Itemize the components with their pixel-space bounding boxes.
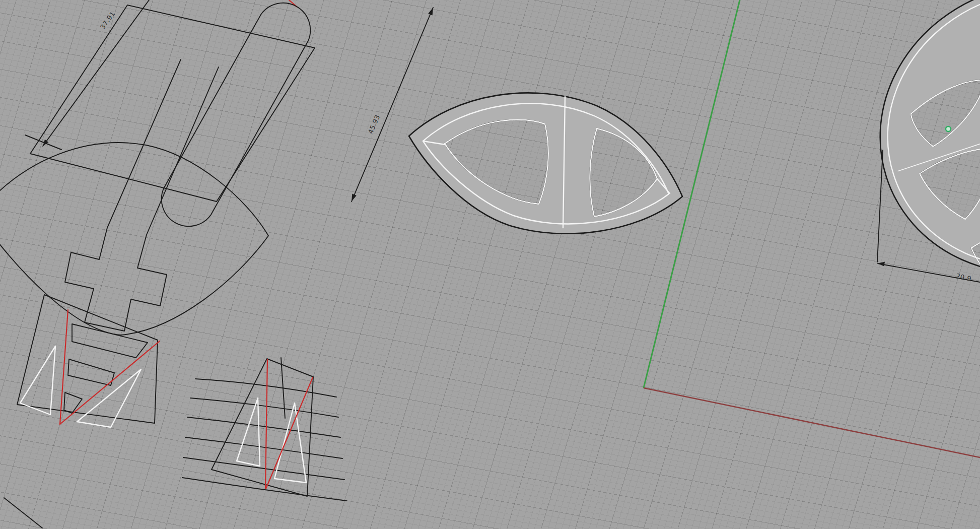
lens-outline-curve[interactable] [0, 143, 268, 335]
cad-viewport[interactable]: 37.91 45.93 20.9 [0, 0, 980, 529]
boundary-curve[interactable] [17, 295, 158, 423]
screw-part-wireframe[interactable] [0, 3, 315, 335]
ladder-bar-curve[interactable] [64, 392, 82, 413]
eye-surface-solid[interactable] [409, 93, 682, 233]
white-triangle-curve[interactable] [237, 398, 260, 466]
white-triangle-curve[interactable] [20, 346, 55, 415]
dimension-rect-width[interactable] [25, 0, 149, 150]
section-curve[interactable] [183, 457, 344, 480]
loft-wireframe-center[interactable] [182, 358, 346, 501]
dimension-rect-length[interactable] [352, 8, 433, 202]
dimension-arrowhead [352, 194, 357, 202]
control-point-marker[interactable] [946, 126, 951, 131]
cross-profile-curve[interactable] [65, 59, 219, 331]
dimension-arrowhead [428, 8, 433, 15]
eye-surface-fill[interactable] [409, 93, 682, 233]
section-curve[interactable] [190, 398, 338, 417]
ladder-bar-curve[interactable] [72, 324, 148, 358]
dimension-line[interactable] [352, 8, 433, 202]
section-curve[interactable] [187, 417, 340, 437]
extension-line[interactable] [877, 150, 883, 262]
red-v-curve[interactable] [60, 341, 160, 424]
geometry-layer [0, 0, 980, 529]
ladder-bar-curve[interactable] [68, 359, 114, 385]
corner-curve[interactable] [4, 498, 42, 528]
extension-line[interactable] [25, 135, 61, 150]
x-axis-line [644, 388, 980, 457]
dimension-line[interactable] [43, 0, 149, 146]
white-triangle-curve[interactable] [77, 369, 141, 427]
section-curve[interactable] [195, 379, 336, 397]
section-curve[interactable] [182, 478, 346, 501]
section-curve[interactable] [185, 437, 342, 458]
trapezoid-wireframe-left[interactable] [17, 295, 160, 427]
